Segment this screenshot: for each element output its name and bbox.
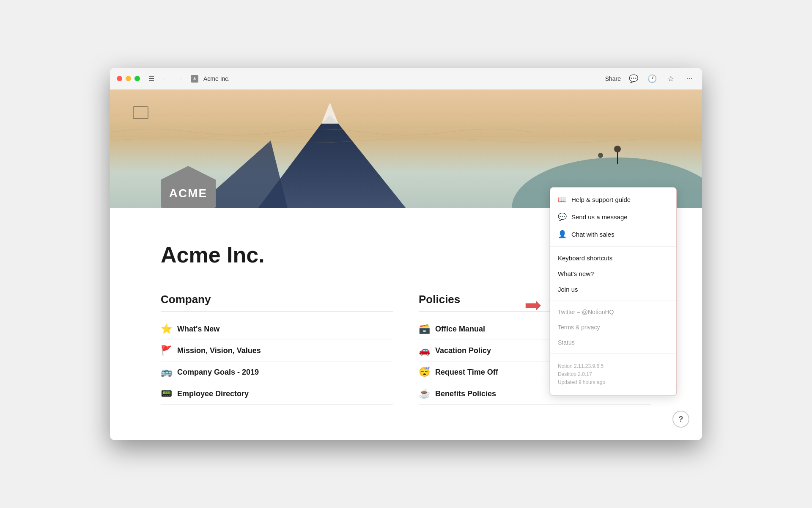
- window-title: Acme Inc.: [203, 75, 230, 82]
- company-column-title: Company: [161, 293, 393, 312]
- more-options-icon[interactable]: ···: [683, 73, 695, 85]
- person-icon: 👤: [558, 230, 566, 239]
- forward-button[interactable]: →: [174, 73, 186, 85]
- browser-window: ☰ ← → a Acme Inc. Share 💬 🕐 ☆ ···: [110, 68, 702, 440]
- status-item[interactable]: Status: [550, 335, 676, 350]
- hamburger-icon[interactable]: ☰: [148, 75, 154, 83]
- bookmark-icon[interactable]: ☆: [665, 73, 677, 85]
- chat-sales-item[interactable]: 👤 Chat with sales: [550, 226, 676, 243]
- status-label: Status: [558, 339, 575, 346]
- join-us-item[interactable]: Join us: [550, 282, 676, 297]
- office-manual-emoji: 🗃️: [419, 323, 430, 334]
- version-line3: Updated 9 hours ago: [558, 378, 669, 387]
- chat-sales-label: Chat with sales: [571, 231, 614, 238]
- list-item[interactable]: 🚩 Mission, Vision, Values: [161, 340, 393, 362]
- version-line2: Desktop 2.0.17: [558, 370, 669, 378]
- whats-new-link[interactable]: What's New: [177, 325, 219, 334]
- whats-new-dropdown-label: What's new?: [558, 270, 594, 277]
- terms-label: Terms & privacy: [558, 324, 600, 331]
- twitter-item[interactable]: Twitter – @NotionHQ: [550, 304, 676, 320]
- titlebar: ☰ ← → a Acme Inc. Share 💬 🕐 ☆ ···: [110, 68, 702, 90]
- list-item[interactable]: 🚌 Company Goals - 2019: [161, 362, 393, 383]
- minimize-button[interactable]: [126, 76, 131, 81]
- help-support-item[interactable]: 📖 Help & support guide: [550, 191, 676, 208]
- comments-icon[interactable]: 💬: [628, 73, 639, 85]
- version-info: Notion 2.11.23.9.6.5 Desktop 2.0.17 Upda…: [550, 357, 676, 392]
- whats-new-item[interactable]: What's new?: [550, 266, 676, 282]
- list-item[interactable]: 📟 Employee Directory: [161, 383, 393, 405]
- keyboard-shortcuts-label: Keyboard shortcuts: [558, 254, 612, 262]
- benefits-emoji: ☕: [419, 388, 430, 399]
- message-icon: 💬: [558, 213, 566, 221]
- share-button[interactable]: Share: [605, 75, 621, 82]
- favicon: a: [191, 75, 198, 83]
- vacation-link[interactable]: Vacation Policy: [435, 346, 491, 355]
- back-button[interactable]: ←: [159, 73, 171, 85]
- version-line1: Notion 2.11.23.9.6.5: [558, 362, 669, 370]
- mission-link[interactable]: Mission, Vision, Values: [177, 346, 261, 355]
- dropdown-section-version: Notion 2.11.23.9.6.5 Desktop 2.0.17 Upda…: [550, 353, 676, 395]
- send-message-item[interactable]: 💬 Send us a message: [550, 208, 676, 226]
- send-message-label: Send us a message: [571, 213, 628, 221]
- svg-point-10: [598, 153, 603, 158]
- close-button[interactable]: [117, 76, 122, 81]
- whats-new-emoji: ⭐: [161, 323, 172, 334]
- help-button[interactable]: ?: [672, 411, 689, 428]
- help-support-label: Help & support guide: [571, 196, 631, 203]
- time-off-emoji: 😴: [419, 367, 430, 378]
- terms-item[interactable]: Terms & privacy: [550, 320, 676, 335]
- dropdown-section-links: Twitter – @NotionHQ Terms & privacy Stat…: [550, 301, 676, 353]
- mission-emoji: 🚩: [161, 345, 172, 356]
- titlebar-right-controls: Share 💬 🕐 ☆ ···: [605, 73, 695, 85]
- traffic-lights: [117, 76, 140, 81]
- history-icon[interactable]: 🕐: [646, 73, 658, 85]
- goals-emoji: 🚌: [161, 367, 172, 378]
- list-item[interactable]: ⭐ What's New: [161, 318, 393, 340]
- goals-link[interactable]: Company Goals - 2019: [177, 368, 259, 377]
- office-manual-link[interactable]: Office Manual: [435, 325, 485, 334]
- join-us-label: Join us: [558, 286, 578, 293]
- keyboard-shortcuts-item[interactable]: Keyboard shortcuts: [550, 250, 676, 266]
- book-icon: 📖: [558, 195, 566, 204]
- directory-emoji: 📟: [161, 388, 172, 399]
- twitter-label: Twitter – @NotionHQ: [558, 309, 614, 315]
- nav-controls: ← →: [159, 73, 186, 85]
- help-dropdown-menu: 📖 Help & support guide 💬 Send us a messa…: [550, 187, 677, 396]
- page-content: ACME Acme Inc. Company ⭐ What's New 🚩 Mi…: [110, 90, 702, 440]
- company-column: Company ⭐ What's New 🚩 Mission, Vision, …: [161, 293, 393, 405]
- dropdown-section-help: 📖 Help & support guide 💬 Send us a messa…: [550, 188, 676, 246]
- directory-link[interactable]: Employee Directory: [177, 389, 249, 398]
- maximize-button[interactable]: [134, 76, 140, 81]
- dropdown-section-misc: Keyboard shortcuts What's new? Join us: [550, 246, 676, 301]
- vacation-emoji: 🚗: [419, 345, 430, 356]
- time-off-link[interactable]: Request Time Off: [435, 368, 498, 377]
- benefits-link[interactable]: Benefits Policies: [435, 389, 496, 398]
- svg-point-8: [614, 146, 621, 152]
- arrow-indicator: ➡: [524, 293, 541, 317]
